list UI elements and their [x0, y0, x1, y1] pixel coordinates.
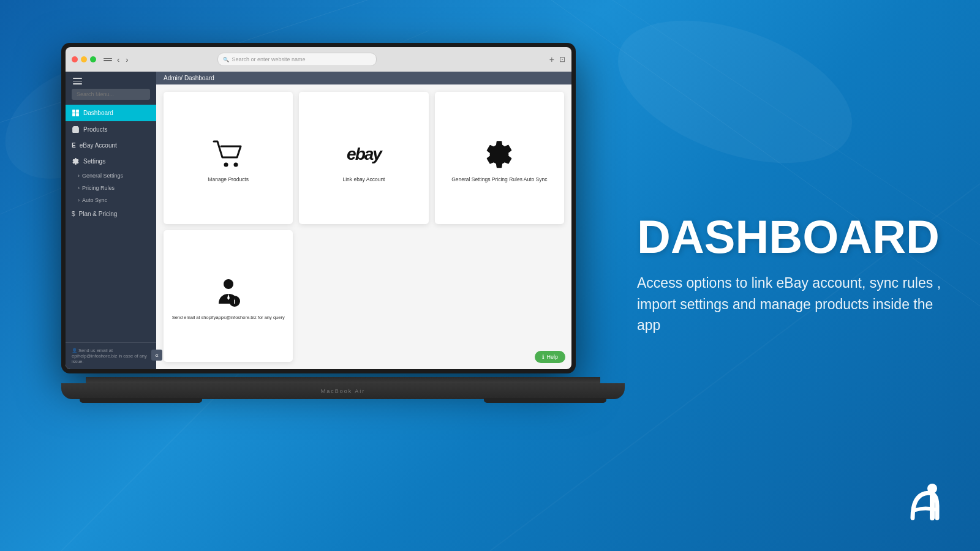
search-menu-input[interactable]	[72, 89, 150, 100]
laptop-screen: ‹ › 🔍 Search or enter website name + ⊡	[61, 43, 576, 373]
traffic-lights	[72, 56, 96, 62]
sidebar-contact-text: Send us email at epihelp@infoshore.biz i…	[72, 348, 147, 364]
cart-icon	[211, 137, 246, 171]
svg-rect-9	[76, 110, 79, 113]
dashboard-icon	[72, 109, 80, 117]
laptop-feet	[61, 398, 625, 403]
help-label: Help	[546, 354, 558, 360]
hero-description: Access options to link eBay account, syn…	[637, 272, 943, 336]
hero-content: DASHBOARD Access options to link eBay ac…	[637, 215, 943, 336]
products-icon	[72, 126, 80, 133]
browser-actions: + ⊡	[549, 54, 565, 64]
laptop-foot-right	[484, 398, 606, 403]
cart-svg	[213, 140, 244, 168]
help-button[interactable]: ℹ Help	[535, 351, 565, 363]
chevron-right-icon-3: ›	[78, 197, 80, 203]
card-manage-products[interactable]: Manage Products	[164, 92, 293, 224]
sidebar-label-ebay: eBay Account	[80, 142, 117, 149]
sidebar-label-products: Products	[83, 126, 107, 133]
ebay-icon: E	[72, 142, 76, 149]
laptop-foot-left	[80, 398, 202, 403]
svg-rect-10	[72, 113, 75, 116]
sidebar: Dashboard Products E eBay Account	[66, 72, 156, 369]
hero-title: DASHBOARD	[637, 215, 943, 259]
sidebar-item-products[interactable]: Products	[66, 121, 156, 138]
screen-content: ‹ › 🔍 Search or enter website name + ⊡	[66, 47, 571, 369]
svg-point-13	[233, 163, 238, 167]
address-bar-text: Search or enter website name	[232, 56, 305, 62]
svg-point-14	[224, 279, 233, 289]
breadcrumb: Admin/ Dashboard	[164, 75, 214, 81]
sidebar-item-dashboard[interactable]: Dashboard	[66, 105, 156, 121]
sub-label-pricing: Pricing Rules	[82, 185, 115, 191]
svg-text:i: i	[233, 298, 235, 305]
maximize-button[interactable]	[90, 56, 96, 62]
sidebar-item-settings[interactable]: Settings	[66, 153, 156, 170]
svg-point-7	[599, 0, 871, 191]
dashboard-grid: Manage Products ebay Link ebay Account	[156, 84, 571, 369]
sidebar-header	[66, 72, 156, 102]
card-label-ebay: Link ebay Account	[342, 176, 385, 182]
gear-svg	[483, 138, 515, 170]
search-icon: 🔍	[223, 57, 229, 62]
card-label-settings: General Settings Pricing Rules Auto Sync	[451, 176, 547, 182]
sidebar-sub-general[interactable]: › General Settings	[66, 170, 156, 182]
card-label-products: Manage Products	[208, 176, 249, 182]
info-circle-icon: ℹ	[542, 354, 544, 360]
copy-button[interactable]: ⊡	[559, 54, 565, 64]
laptop-base: MacBook Air	[61, 383, 625, 399]
sidebar-item-plan[interactable]: $ Plan & Pricing	[66, 206, 156, 222]
tab-icon[interactable]	[104, 58, 112, 61]
chevron-right-icon: ›	[78, 173, 80, 179]
sidebar-item-ebay[interactable]: E eBay Account	[66, 138, 156, 153]
card-link-ebay[interactable]: ebay Link ebay Account	[299, 92, 428, 224]
chevron-right-icon-2: ›	[78, 185, 80, 191]
svg-point-12	[224, 163, 228, 167]
sidebar-sub-autosync[interactable]: › Auto Sync	[66, 194, 156, 206]
card-label-support: Send email at shopifyapps@infoshore.biz …	[172, 315, 285, 320]
card-settings[interactable]: General Settings Pricing Rules Auto Sync	[435, 92, 564, 224]
address-bar[interactable]: 🔍 Search or enter website name	[217, 53, 377, 66]
dollar-icon: $	[72, 211, 75, 217]
main-content: Admin/ Dashboard	[156, 72, 571, 369]
app-container: Dashboard Products E eBay Account	[66, 72, 571, 369]
logo-mark	[900, 475, 949, 533]
settings-icon	[72, 157, 80, 165]
back-button[interactable]: ‹	[116, 55, 121, 64]
browser-chrome: ‹ › 🔍 Search or enter website name + ⊡	[66, 47, 571, 72]
gear-icon	[482, 137, 516, 171]
sub-label-autosync: Auto Sync	[82, 197, 107, 203]
company-logo	[900, 475, 949, 530]
sidebar-label-plan: Plan & Pricing	[79, 211, 118, 217]
empty-cell-2	[435, 230, 564, 362]
close-button[interactable]	[72, 56, 78, 62]
card-support[interactable]: i Send email at shopifyapps@infoshore.bi…	[164, 230, 293, 362]
support-icon: i	[211, 276, 246, 310]
forward-button[interactable]: ›	[124, 55, 129, 64]
sidebar-footer: 👤 Send us email at epihelp@infoshore.biz…	[66, 342, 156, 369]
minimize-button[interactable]	[81, 56, 87, 62]
sidebar-sub-pricing[interactable]: › Pricing Rules	[66, 182, 156, 194]
svg-rect-11	[76, 113, 79, 116]
sidebar-nav: Dashboard Products E eBay Account	[66, 102, 156, 343]
top-bar: Admin/ Dashboard	[156, 72, 571, 84]
hamburger-menu[interactable]	[72, 77, 83, 86]
empty-cell-1	[299, 230, 428, 362]
collapse-sidebar-button[interactable]: «	[151, 350, 162, 361]
sidebar-label-settings: Settings	[83, 158, 105, 165]
laptop-brand: MacBook Air	[321, 388, 366, 394]
ebay-logo-icon: ebay	[347, 137, 381, 171]
ebay-text: ebay	[347, 144, 381, 164]
new-tab-button[interactable]: +	[549, 54, 554, 64]
sidebar-label-dashboard: Dashboard	[83, 110, 113, 116]
svg-rect-8	[72, 110, 75, 113]
sub-label-general: General Settings	[82, 173, 123, 179]
support-svg: i	[213, 277, 244, 309]
laptop-wrapper: ‹ › 🔍 Search or enter website name + ⊡	[61, 43, 576, 373]
sidebar-footer-icon: 👤	[72, 348, 77, 353]
